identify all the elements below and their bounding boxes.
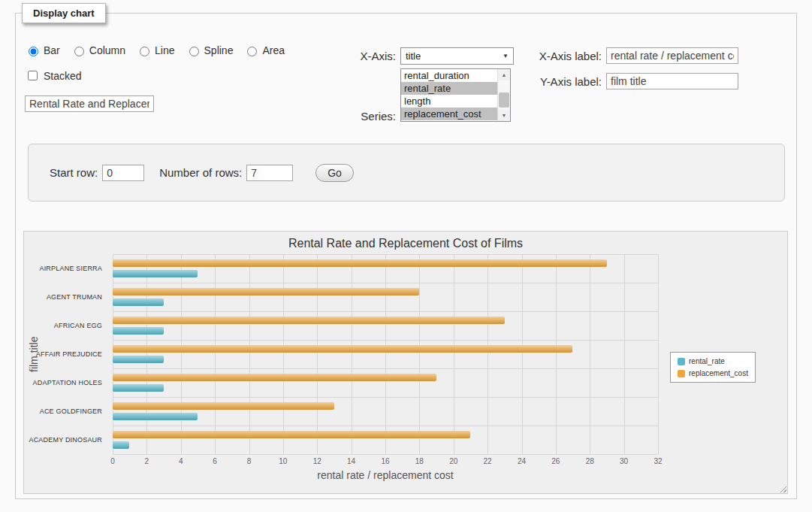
chart-type-option-label: Area: [262, 44, 285, 56]
resize-handle-icon[interactable]: [778, 484, 786, 492]
chart-type-option-label: Column: [89, 44, 125, 56]
bar-rental_rate[interactable]: [113, 327, 164, 335]
bar-group: [113, 254, 658, 283]
fieldset-legend: Display chart: [22, 3, 106, 23]
x-tick-label: 2: [145, 457, 149, 465]
chart-type-option-label: Spline: [204, 44, 234, 56]
scroll-thumb[interactable]: [499, 92, 509, 108]
category-label: AIRPLANE SIERRA: [24, 254, 108, 283]
x-axis-ticks: 02468101214161820222426283032: [113, 457, 658, 468]
category-label: ACADEMY DINOSAUR: [24, 426, 108, 454]
x-tick-label: 16: [381, 457, 389, 465]
chart-type-radio-spline[interactable]: [189, 47, 199, 56]
series-options-list: rental_durationrental_ratelengthreplacem…: [401, 69, 497, 121]
display-chart-fieldset: Display chart BarColumnLineSplineArea St…: [15, 3, 797, 499]
stacked-checkbox[interactable]: [28, 71, 38, 80]
bar-replacement_cost[interactable]: [113, 345, 572, 353]
series-option-rental_duration[interactable]: rental_duration: [401, 69, 497, 82]
chart-type-option-column[interactable]: Column: [71, 44, 125, 56]
x-tick-label: 22: [484, 457, 492, 465]
scroll-down-icon[interactable]: ▼: [498, 110, 510, 121]
legend-item-replacement_cost[interactable]: replacement_cost: [678, 369, 748, 377]
rows-panel: Start row: Number of rows: Go: [28, 144, 785, 201]
bar-rental_rate[interactable]: [113, 298, 164, 306]
x-tick-label: 0: [110, 457, 115, 465]
bar-replacement_cost[interactable]: [113, 259, 607, 267]
bar-replacement_cost[interactable]: [113, 374, 436, 381]
bar-rental_rate[interactable]: [113, 441, 129, 449]
chart-type-radio-column[interactable]: [74, 47, 84, 56]
category-label: ACE GOLDFINGER: [24, 397, 108, 426]
bar-group: [113, 397, 658, 426]
gridline-vertical: [658, 254, 659, 454]
category-label: ADAPTATION HOLES: [24, 368, 108, 397]
chart-title-input[interactable]: [25, 95, 154, 112]
plot-area: [113, 254, 658, 454]
series-option-length[interactable]: length: [401, 95, 497, 108]
chart-type-option-bar[interactable]: Bar: [25, 44, 60, 56]
bar-rental_rate[interactable]: [113, 270, 198, 277]
bar-replacement_cost[interactable]: [113, 431, 470, 438]
x-tick-label: 12: [313, 457, 321, 465]
category-label: AFRICAN EGG: [24, 311, 108, 340]
number-of-rows-label: Number of rows:: [159, 166, 242, 179]
x-tick-label: 6: [213, 457, 217, 465]
x-tick-label: 26: [551, 457, 560, 465]
chart-type-option-label: Bar: [44, 44, 60, 56]
chart-type-option-line[interactable]: Line: [136, 44, 174, 56]
chart-type-radio-area[interactable]: [247, 47, 257, 56]
start-row-label: Start row:: [50, 166, 98, 179]
y-axis-label-input[interactable]: [606, 73, 738, 89]
bar-group: [113, 340, 658, 368]
legend-swatch: [678, 358, 685, 365]
bar-rental_rate[interactable]: [113, 384, 164, 392]
bar-group: [113, 368, 658, 397]
legend-item-rental_rate[interactable]: rental_rate: [678, 357, 748, 365]
x-tick-label: 18: [415, 457, 424, 465]
x-tick-label: 10: [279, 457, 287, 465]
legend-swatch: [678, 370, 685, 377]
x-tick-label: 30: [620, 457, 628, 465]
stacked-label: Stacked: [44, 70, 82, 82]
stacked-row: Stacked: [25, 68, 82, 83]
category-label: AGENT TRUMAN: [24, 283, 108, 311]
x-axis-label-label: X-Axis label:: [488, 47, 602, 65]
bar-replacement_cost[interactable]: [113, 317, 505, 324]
bar-rental_rate[interactable]: [113, 413, 198, 420]
x-axis-select-label: X-Axis:: [316, 47, 396, 65]
x-tick-label: 28: [586, 457, 594, 465]
chart-type-radio-line[interactable]: [140, 47, 149, 56]
bar-rental_rate[interactable]: [113, 356, 164, 363]
series-option-rental_rate[interactable]: rental_rate: [401, 82, 497, 95]
chart-type-option-label: Line: [155, 44, 174, 56]
chart-type-option-area[interactable]: Area: [243, 44, 285, 56]
legend-label: replacement_cost: [689, 369, 748, 377]
x-axis-title: rental rate / replacement cost: [113, 469, 658, 481]
gridline-horizontal: [113, 454, 658, 455]
fieldset-content: BarColumnLineSplineArea Stacked X-Axis: …: [16, 23, 796, 498]
chart-panel: Rental Rate and Replacement Cost of Film…: [23, 231, 788, 494]
series-option-replacement_cost[interactable]: replacement_cost: [401, 108, 497, 120]
chart-type-radio-group: BarColumnLineSplineArea: [25, 44, 285, 56]
bar-group: [113, 283, 658, 311]
x-tick-label: 4: [179, 457, 183, 465]
start-row-input[interactable]: [102, 165, 144, 181]
bar-group: [113, 426, 658, 454]
x-tick-label: 14: [347, 457, 355, 465]
number-of-rows-input[interactable]: [246, 165, 293, 181]
bar-replacement_cost[interactable]: [113, 402, 334, 410]
legend-label: rental_rate: [689, 357, 725, 365]
x-tick-label: 32: [654, 457, 662, 465]
x-tick-label: 8: [247, 457, 252, 465]
page: Display chart BarColumnLineSplineArea St…: [0, 0, 812, 512]
x-axis-selected-value: title: [406, 50, 421, 62]
x-axis-label-input[interactable]: [606, 47, 738, 64]
x-tick-label: 24: [518, 457, 526, 465]
bar-replacement_cost[interactable]: [113, 288, 419, 295]
chart-type-radio-bar[interactable]: [29, 47, 38, 56]
x-tick-label: 20: [449, 457, 457, 465]
chart-legend: rental_ratereplacement_cost: [670, 352, 756, 383]
chart-type-option-spline[interactable]: Spline: [186, 44, 234, 56]
go-button[interactable]: Go: [315, 164, 354, 182]
bar-group: [113, 311, 658, 340]
